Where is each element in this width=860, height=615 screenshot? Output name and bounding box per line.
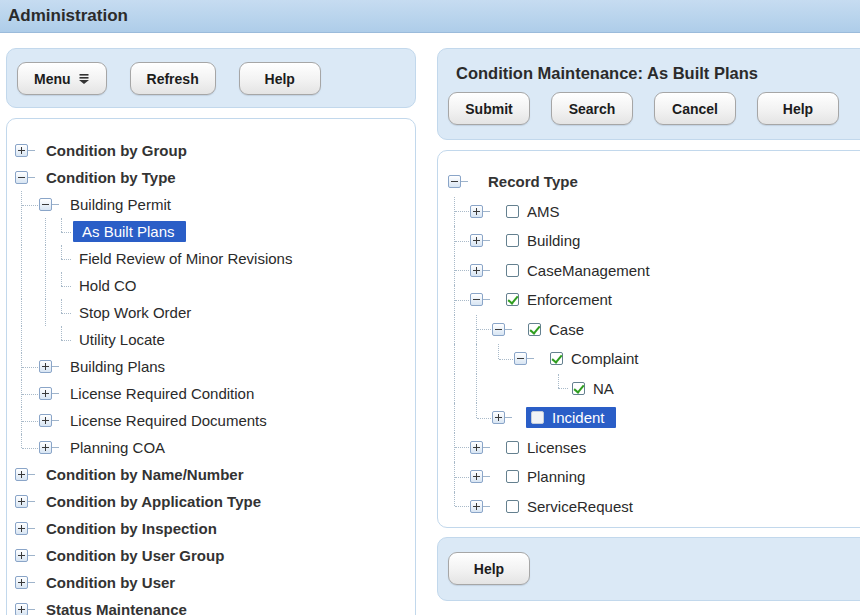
- collapse-icon[interactable]: [39, 198, 52, 211]
- expand-icon[interactable]: [39, 414, 52, 427]
- tree-guide-line: [483, 447, 490, 448]
- unchecked-checkbox[interactable]: [506, 470, 519, 483]
- tree-item-label[interactable]: License Required Documents: [66, 411, 271, 430]
- tree-guide-line: [21, 245, 22, 272]
- cancel-button[interactable]: Cancel: [654, 92, 736, 125]
- expand-icon[interactable]: [39, 360, 52, 373]
- tree-leaf-connector: [558, 388, 568, 389]
- tree-item-label[interactable]: Enforcement: [523, 290, 616, 309]
- expand-icon[interactable]: [15, 495, 28, 508]
- checked-checkbox[interactable]: [572, 382, 585, 395]
- tree-item-content: Status Maintenance: [40, 599, 193, 615]
- tree-item-label[interactable]: Condition by Group: [42, 141, 191, 160]
- checked-checkbox[interactable]: [550, 352, 563, 365]
- expand-icon[interactable]: [15, 576, 28, 589]
- tree-guide-line: [454, 403, 455, 433]
- expand-icon[interactable]: [470, 441, 483, 454]
- record-type-panel: Record TypeAMSBuildingCaseManagementEnfo…: [437, 150, 860, 528]
- submit-button[interactable]: Submit: [448, 92, 530, 125]
- tree-item-label[interactable]: Record Type: [484, 172, 582, 191]
- tree-item-label[interactable]: Building Plans: [66, 357, 169, 376]
- tree-item-label[interactable]: NA: [589, 379, 618, 398]
- tree-item-content: Condition by Application Type: [40, 491, 267, 512]
- tree-item-label[interactable]: Stop Work Order: [75, 303, 195, 322]
- tree-item-label[interactable]: Condition by Inspection: [42, 519, 221, 538]
- tree-item-label[interactable]: Condition by Application Type: [42, 492, 265, 511]
- tree-item-content: Building: [504, 230, 586, 251]
- expand-icon[interactable]: [470, 264, 483, 277]
- expand-icon[interactable]: [15, 468, 28, 481]
- collapse-icon[interactable]: [492, 323, 505, 336]
- collapse-icon[interactable]: [15, 171, 28, 184]
- expand-icon[interactable]: [15, 522, 28, 535]
- help-button[interactable]: Help: [757, 92, 839, 125]
- search-button[interactable]: Search: [551, 92, 633, 125]
- tree-item-label[interactable]: Condition by Name/Number: [42, 465, 248, 484]
- tree-item: Field Review of Minor Revisions: [7, 245, 415, 272]
- tree-item-content: Case: [526, 319, 590, 340]
- unchecked-checkbox[interactable]: [506, 205, 519, 218]
- tree-item-label[interactable]: Complaint: [567, 349, 643, 368]
- tree-item-content: Complaint: [548, 348, 645, 369]
- tree-item-label[interactable]: Hold CO: [75, 276, 141, 295]
- tree-item-label[interactable]: Condition by Type: [42, 168, 180, 187]
- expand-icon[interactable]: [39, 387, 52, 400]
- tree-item-label[interactable]: ServiceRequest: [523, 497, 637, 516]
- help-button[interactable]: Help: [448, 552, 530, 585]
- unchecked-checkbox[interactable]: [506, 441, 519, 454]
- tree-guide-line: [28, 177, 35, 178]
- expand-icon[interactable]: [39, 441, 52, 454]
- left-toolbar-buttons: MenuRefreshHelp: [7, 49, 415, 95]
- tree-guide-line: [454, 374, 455, 404]
- expand-icon[interactable]: [15, 549, 28, 562]
- tree-guide-line: [22, 367, 38, 368]
- tree-item-label[interactable]: Licenses: [523, 438, 590, 457]
- tree-leaf-connector: [61, 299, 62, 313]
- tree-item-content: Record Type: [482, 171, 584, 192]
- tree-item-label[interactable]: AMS: [523, 202, 564, 221]
- tree-item-label[interactable]: Incident: [548, 408, 609, 427]
- tree-item-label[interactable]: Field Review of Minor Revisions: [75, 249, 296, 268]
- tree-item-label[interactable]: Case: [545, 320, 588, 339]
- tree-item-label[interactable]: License Required Condition: [66, 384, 258, 403]
- expand-icon[interactable]: [15, 603, 28, 615]
- collapse-icon[interactable]: [470, 293, 483, 306]
- tree-item-label[interactable]: Utility Locate: [75, 330, 169, 349]
- unchecked-checkbox[interactable]: [506, 264, 519, 277]
- tree-leaf-connector: [61, 340, 71, 341]
- unchecked-checkbox[interactable]: [506, 500, 519, 513]
- tree-item: Planning COA: [7, 434, 415, 461]
- page-title: Administration: [0, 0, 860, 26]
- search-button-label: Search: [569, 101, 616, 117]
- tree-guide-line: [28, 150, 35, 151]
- expand-icon[interactable]: [15, 144, 28, 157]
- expand-icon[interactable]: [470, 470, 483, 483]
- expand-icon[interactable]: [470, 234, 483, 247]
- tree-guide-line: [483, 240, 490, 241]
- tree-item-label[interactable]: Building Permit: [66, 195, 175, 214]
- unchecked-checkbox[interactable]: [531, 411, 544, 424]
- tree-item-content: Condition by Inspection: [40, 518, 223, 539]
- collapse-icon[interactable]: [514, 352, 527, 365]
- tree-item-label[interactable]: Building: [523, 231, 584, 250]
- tree-item-label[interactable]: Condition by User: [42, 573, 179, 592]
- tree-guide-line: [28, 609, 35, 610]
- collapse-icon[interactable]: [448, 175, 461, 188]
- tree-item-label[interactable]: CaseManagement: [523, 261, 654, 280]
- refresh-button[interactable]: Refresh: [130, 62, 216, 95]
- tree-item: Hold CO: [7, 272, 415, 299]
- help-button[interactable]: Help: [239, 62, 321, 95]
- tree-item-label[interactable]: Planning: [523, 467, 589, 486]
- checked-checkbox[interactable]: [506, 293, 519, 306]
- tree-item-label[interactable]: Condition by User Group: [42, 546, 228, 565]
- tree-guide-line: [477, 418, 491, 419]
- expand-icon[interactable]: [470, 205, 483, 218]
- tree-item-label[interactable]: Status Maintenance: [42, 600, 191, 615]
- checked-checkbox[interactable]: [528, 323, 541, 336]
- unchecked-checkbox[interactable]: [506, 234, 519, 247]
- expand-icon[interactable]: [492, 411, 505, 424]
- tree-item-label[interactable]: Planning COA: [66, 438, 169, 457]
- expand-icon[interactable]: [470, 500, 483, 513]
- tree-item-label[interactable]: As Built Plans: [78, 222, 179, 241]
- menu-button[interactable]: Menu: [17, 62, 107, 95]
